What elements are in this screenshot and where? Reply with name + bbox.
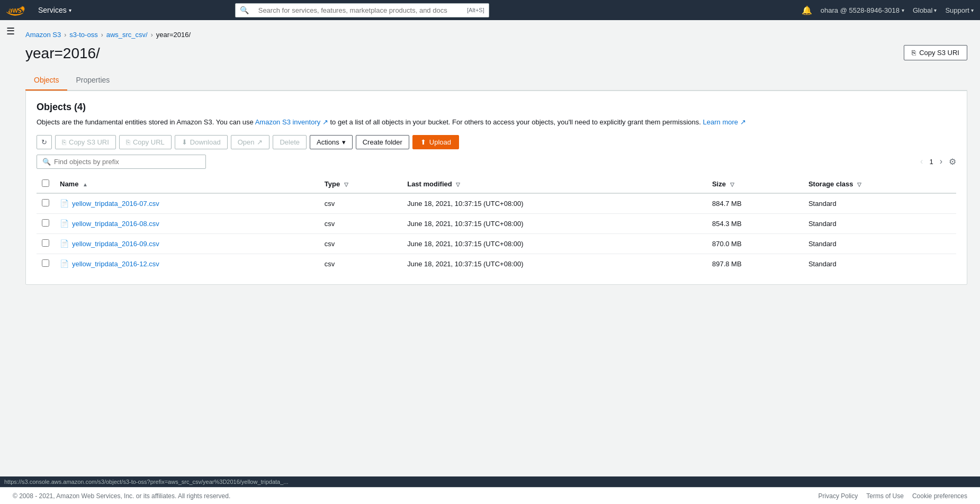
aws-logo[interactable] [6, 4, 25, 16]
table-row: 📄 yellow_tripdata_2016-12.csv csv June 1… [37, 254, 956, 274]
select-all-header [37, 175, 55, 193]
status-bar: https://s3.console.aws.amazon.com/s3/obj… [0, 476, 980, 487]
storage-class-sort-icon: ▽ [857, 182, 861, 187]
row-type: csv [319, 254, 402, 274]
row-checkbox[interactable] [42, 199, 49, 206]
copy-url-button[interactable]: ⎘ Copy URL [119, 135, 172, 149]
open-external-icon: ↗ [257, 138, 263, 146]
region-menu[interactable]: Global ▾ [913, 6, 937, 14]
status-url: https://s3.console.aws.amazon.com/s3/obj… [4, 479, 289, 485]
objects-panel-title: Objects (4) [37, 102, 956, 113]
copy-url-label: Copy URL [133, 138, 165, 146]
last-modified-header[interactable]: Last modified ▽ [402, 175, 707, 193]
desc-text-2: to get a list of all objects in your buc… [330, 118, 700, 126]
support-label: Support [945, 6, 969, 14]
page-number: 1 [929, 158, 933, 166]
delete-button[interactable]: Delete [273, 135, 307, 149]
row-name: 📄 yellow_tripdata_2016-07.csv [55, 193, 319, 214]
footer-links: Privacy Policy Terms of Use Cookie prefe… [819, 492, 967, 500]
open-label: Open [238, 138, 255, 146]
file-icon: 📄 [60, 239, 69, 248]
breadcrumb-folder[interactable]: aws_src_csv/ [106, 31, 148, 39]
global-search-input[interactable] [253, 4, 463, 17]
objects-panel: Objects (4) Objects are the fundamental … [25, 91, 967, 285]
top-navigation: Services ▾ 🔍 [Alt+S] 🔔 ohara @ 5528-8946… [0, 0, 980, 20]
sidebar-toggle-button[interactable]: ☰ [6, 25, 15, 37]
table-row: 📄 yellow_tripdata_2016-07.csv csv June 1… [37, 193, 956, 214]
refresh-button[interactable]: ↻ [37, 135, 52, 149]
download-button[interactable]: ⬇ Download [175, 135, 228, 149]
page-header: year=2016/ ⎘ Copy S3 URI [25, 45, 967, 62]
prev-page-button[interactable]: ‹ [918, 156, 925, 167]
inventory-link[interactable]: Amazon S3 inventory ↗ [255, 118, 328, 126]
select-all-checkbox[interactable] [42, 179, 49, 187]
row-checkbox-cell [37, 193, 55, 214]
learn-more-link[interactable]: Learn more ↗ [703, 118, 746, 126]
file-name-link[interactable]: 📄 yellow_tripdata_2016-08.csv [60, 219, 314, 228]
copy-s3-uri-label: Copy S3 URI [919, 49, 959, 57]
breadcrumb-s3[interactable]: Amazon S3 [25, 31, 61, 39]
notification-bell-icon[interactable]: 🔔 [802, 5, 812, 15]
support-chevron-icon: ▾ [971, 7, 974, 13]
table-row: 📄 yellow_tripdata_2016-08.csv csv June 1… [37, 213, 956, 233]
copyright: © 2008 - 2021, Amazon Web Services, Inc.… [13, 492, 230, 500]
size-header[interactable]: Size ▽ [707, 175, 803, 193]
footer: © 2008 - 2021, Amazon Web Services, Inc.… [0, 487, 980, 504]
tab-objects[interactable]: Objects [25, 70, 67, 91]
row-name: 📄 yellow_tripdata_2016-08.csv [55, 213, 319, 233]
row-checkbox[interactable] [42, 259, 49, 267]
name-sort-icon: ▲ [83, 182, 88, 187]
last-modified-sort-icon: ▽ [456, 182, 460, 187]
name-header[interactable]: Name ▲ [55, 175, 319, 193]
copy-uri-icon: ⎘ [62, 138, 66, 146]
copy-icon: ⎘ [912, 49, 916, 57]
type-header[interactable]: Type ▽ [319, 175, 402, 193]
breadcrumb-bucket[interactable]: s3-to-oss [69, 31, 97, 39]
main-content: Amazon S3 › s3-to-oss › aws_src_csv/ › y… [0, 20, 980, 487]
upload-icon: ⬆ [420, 138, 426, 146]
breadcrumb-sep-1: › [64, 31, 66, 39]
breadcrumb-current: year=2016/ [156, 31, 191, 39]
tab-properties[interactable]: Properties [67, 70, 118, 91]
row-storage-class: Standard [803, 213, 956, 233]
row-checkbox[interactable] [42, 219, 49, 227]
file-name-link[interactable]: 📄 yellow_tripdata_2016-07.csv [60, 199, 314, 208]
cookie-link[interactable]: Cookie preferences [912, 492, 967, 500]
support-menu[interactable]: Support ▾ [945, 6, 974, 14]
row-last-modified: June 18, 2021, 10:37:15 (UTC+08:00) [402, 213, 707, 233]
table-header-row: Name ▲ Type ▽ Last modified ▽ Size ▽ Sto… [37, 175, 956, 193]
actions-button[interactable]: Actions ▾ [310, 135, 353, 149]
row-storage-class: Standard [803, 193, 956, 214]
copy-s3-uri-toolbar-button[interactable]: ⎘ Copy S3 URI [55, 135, 116, 149]
size-sort-icon: ▽ [730, 182, 734, 187]
page-title: year=2016/ [25, 45, 100, 62]
open-button[interactable]: Open ↗ [231, 135, 270, 149]
next-page-button[interactable]: › [938, 156, 945, 167]
terms-link[interactable]: Terms of Use [866, 492, 904, 500]
prefix-search-input[interactable] [54, 158, 200, 166]
search-row: 🔍 ‹ 1 › ⚙ [37, 155, 956, 169]
prefix-search: 🔍 [37, 155, 206, 169]
file-name-link[interactable]: 📄 yellow_tripdata_2016-09.csv [60, 239, 314, 248]
services-button[interactable]: Services ▾ [34, 4, 76, 16]
row-size: 884.7 MB [707, 193, 803, 214]
row-type: csv [319, 193, 402, 214]
file-icon: 📄 [60, 259, 69, 268]
storage-class-header[interactable]: Storage class ▽ [803, 175, 956, 193]
create-folder-button[interactable]: Create folder [356, 135, 409, 149]
user-menu[interactable]: ohara @ 5528-8946-3018 ▾ [821, 6, 904, 14]
copy-s3-uri-button[interactable]: ⎘ Copy S3 URI [904, 45, 967, 60]
table-settings-icon[interactable]: ⚙ [949, 157, 956, 167]
row-storage-class: Standard [803, 233, 956, 254]
create-folder-label: Create folder [363, 138, 402, 146]
file-name-link[interactable]: 📄 yellow_tripdata_2016-12.csv [60, 259, 314, 268]
toolbar: ↻ ⎘ Copy S3 URI ⎘ Copy URL ⬇ Download Op… [37, 135, 956, 149]
upload-button[interactable]: ⬆ Upload [412, 135, 459, 149]
download-label: Download [190, 138, 221, 146]
delete-label: Delete [280, 138, 300, 146]
file-icon: 📄 [60, 199, 69, 208]
privacy-link[interactable]: Privacy Policy [819, 492, 858, 500]
pagination: ‹ 1 › ⚙ [918, 156, 956, 167]
row-checkbox[interactable] [42, 239, 49, 247]
row-type: csv [319, 213, 402, 233]
